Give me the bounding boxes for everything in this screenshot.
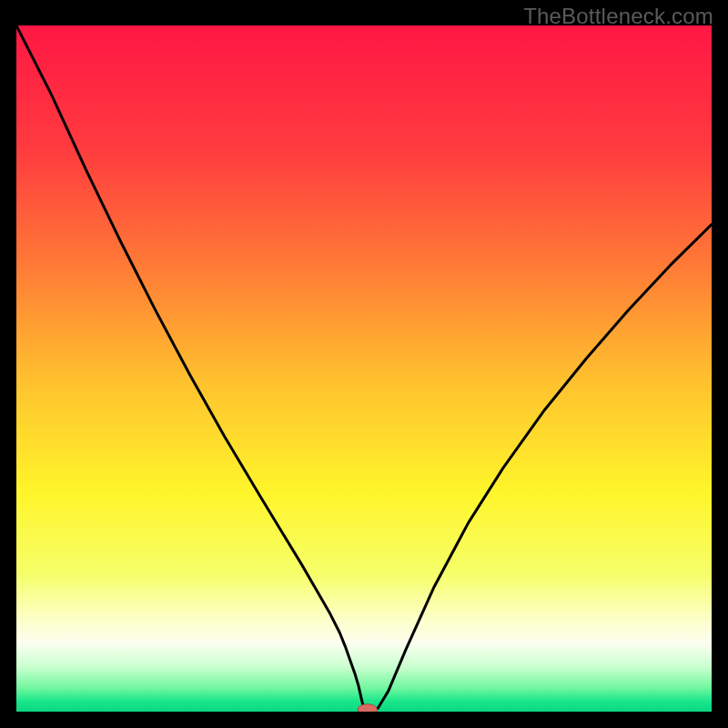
watermark-label: TheBottleneck.com — [523, 4, 713, 29]
chart-frame: TheBottleneck.com — [0, 0, 728, 728]
chart-svg — [16, 25, 712, 712]
plot-area — [16, 25, 712, 712]
optimal-point-marker — [358, 704, 377, 712]
gradient-background — [16, 25, 712, 712]
